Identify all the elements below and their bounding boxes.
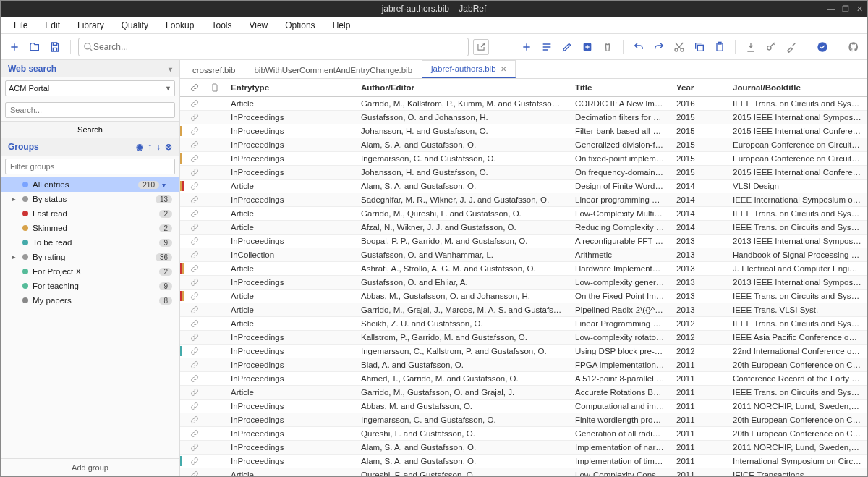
tab-jabref-authors-bib[interactable]: jabref-authors.bib✕ (422, 60, 516, 78)
link-icon[interactable] (184, 207, 205, 221)
add-group-button[interactable]: Add group (1, 458, 179, 476)
table-row[interactable]: ArticleGarrido, M., Qureshi, F. and Gust… (180, 207, 867, 221)
minimize-icon[interactable]: — (827, 4, 835, 14)
global-search-input[interactable] (93, 42, 464, 52)
chevron-down-icon[interactable]: ▾ (169, 65, 172, 73)
link-icon[interactable] (184, 400, 205, 413)
link-icon[interactable] (184, 166, 205, 180)
table-row[interactable]: InProceedingsIngemarsson, C., Kallstrom,… (180, 345, 867, 358)
table-row[interactable]: InCollectionGustafsson, O. and Wanhammar… (180, 248, 867, 262)
link-icon[interactable] (184, 427, 205, 441)
link-icon[interactable] (184, 317, 205, 331)
link-icon[interactable] (184, 372, 205, 386)
table-row[interactable]: ArticleSheikh, Z. U. and Gustafsson, O.L… (180, 317, 867, 331)
link-icon[interactable] (184, 413, 205, 427)
eye-icon[interactable]: ◉ (136, 142, 143, 152)
link-icon[interactable] (184, 111, 205, 124)
sidebar-item-last-read[interactable]: Last read2 (1, 206, 179, 221)
table-row[interactable]: ArticleAbbas, M., Gustafsson, O. and Joh… (180, 290, 867, 303)
menu-item-library[interactable]: Library (69, 18, 113, 33)
menu-item-file[interactable]: File (5, 18, 36, 33)
table-row[interactable]: InProceedingsIngemarsson, C. and Gustafs… (180, 413, 867, 427)
websearch-button[interactable]: Search (1, 121, 179, 138)
link-icon[interactable] (184, 276, 205, 290)
col-linked-icon[interactable] (184, 79, 205, 97)
push-external-icon[interactable] (743, 39, 759, 55)
open-external-icon[interactable] (473, 39, 489, 55)
sidebar-item-by-rating[interactable]: ▸By rating36 (1, 250, 179, 264)
websearch-source-dropdown[interactable]: ACM Portal ▼ (5, 80, 175, 96)
menu-item-lookup[interactable]: Lookup (157, 18, 203, 33)
link-icon[interactable] (184, 97, 205, 111)
table-row[interactable]: InProceedingsGustafsson, O. and Johansso… (180, 111, 867, 124)
link-icon[interactable] (184, 441, 205, 455)
col-journal[interactable]: Journal/Booktitle (727, 79, 867, 97)
delete-entry-icon[interactable] (600, 39, 616, 55)
table-row[interactable]: ArticleQureshi, F. and Gustafsson, O.Low… (180, 468, 867, 477)
link-icon[interactable] (184, 331, 205, 345)
table-row[interactable]: ArticleGarrido, M., Grajal, J., Marcos, … (180, 303, 867, 317)
filter-groups-input[interactable] (5, 159, 175, 174)
generate-key-icon[interactable] (763, 39, 779, 55)
col-title[interactable]: Title (569, 79, 671, 97)
arrow-down-icon[interactable]: ↓ (156, 142, 161, 152)
col-author[interactable]: Author/Editor (355, 79, 569, 97)
col-entrytype[interactable]: Entrytype (225, 79, 355, 97)
menu-item-view[interactable]: View (240, 18, 276, 33)
link-icon[interactable] (184, 262, 205, 276)
check-integrity-icon[interactable] (814, 39, 830, 55)
table-row[interactable]: InProceedingsBlad, A. and Gustafsson, O.… (180, 358, 867, 372)
link-icon[interactable] (184, 221, 205, 235)
sidebar-item-by-status[interactable]: ▸By status13 (1, 192, 179, 206)
table-row[interactable]: ArticleGarrido, M., Kallstrom, P., Kumm,… (180, 97, 867, 111)
edit-entry-icon[interactable] (559, 39, 575, 55)
sidebar-item-for-teaching[interactable]: For teaching9 (1, 279, 179, 293)
chevron-down-icon[interactable]: ▾ (162, 181, 172, 189)
table-row[interactable]: InProceedingsAhmed, T., Garrido, M. and … (180, 372, 867, 386)
link-icon[interactable] (184, 345, 205, 358)
menu-item-options[interactable]: Options (276, 18, 323, 33)
new-entry-icon[interactable] (519, 39, 535, 55)
table-row[interactable]: InProceedingsGustafsson, O. and Ehliar, … (180, 276, 867, 290)
link-icon[interactable] (184, 358, 205, 372)
link-icon[interactable] (184, 303, 205, 317)
new-library-icon[interactable] (7, 39, 22, 55)
link-icon[interactable] (184, 180, 205, 193)
save-library-icon[interactable] (47, 39, 63, 55)
col-year[interactable]: Year (671, 79, 727, 97)
redo-icon[interactable] (651, 39, 667, 55)
sidebar-item-skimmed[interactable]: Skimmed2 (1, 221, 179, 235)
new-article-icon[interactable] (539, 39, 555, 55)
table-row[interactable]: ArticleGarrido, M., Gustafsson, O. and G… (180, 386, 867, 400)
link-icon[interactable] (184, 290, 205, 303)
menu-item-quality[interactable]: Quality (113, 18, 157, 33)
table-row[interactable]: ArticleAfzal, N., Wikner, J. J. and Gust… (180, 221, 867, 235)
sidebar-item-all-entries[interactable]: All entries210▾ (1, 177, 179, 192)
link-icon[interactable] (184, 235, 205, 248)
close-groups-icon[interactable]: ⊗ (165, 142, 172, 152)
link-icon[interactable] (184, 455, 205, 468)
cut-icon[interactable] (671, 39, 687, 55)
link-icon[interactable] (184, 138, 205, 152)
table-row[interactable]: InProceedingsBoopal, P. P., Garrido, M. … (180, 235, 867, 248)
link-icon[interactable] (184, 193, 205, 207)
sidebar-item-to-be-read[interactable]: To be read9 (1, 235, 179, 250)
paste-icon[interactable] (712, 39, 728, 55)
websearch-query-input[interactable] (5, 102, 175, 118)
table-row[interactable]: InProceedingsJohansson, H. and Gustafsso… (180, 166, 867, 180)
undo-icon[interactable] (631, 39, 647, 55)
close-icon[interactable]: ✕ (856, 4, 863, 14)
new-from-id-icon[interactable] (579, 39, 595, 55)
table-row[interactable]: InProceedingsAlam, S. A. and Gustafsson,… (180, 138, 867, 152)
table-row[interactable]: InProceedingsKallstrom, P., Garrido, M. … (180, 331, 867, 345)
sidebar-item-my-papers[interactable]: My papers8 (1, 293, 179, 308)
link-icon[interactable] (184, 468, 205, 477)
menu-item-tools[interactable]: Tools (203, 18, 240, 33)
table-row[interactable]: ArticleAlam, S. A. and Gustafsson, O.Des… (180, 180, 867, 193)
github-icon[interactable] (846, 39, 861, 55)
tab-bibWithUserCommentAndEntryChange-bib[interactable]: bibWithUserCommentAndEntryChange.bib (244, 62, 422, 78)
table-row[interactable]: ArticleAshrafi, A., Strollo, A. G. M. an… (180, 262, 867, 276)
table-row[interactable]: InProceedingsIngemarsson, C. and Gustafs… (180, 152, 867, 166)
tab-close-icon[interactable]: ✕ (501, 65, 506, 73)
global-search-box[interactable] (78, 38, 469, 56)
